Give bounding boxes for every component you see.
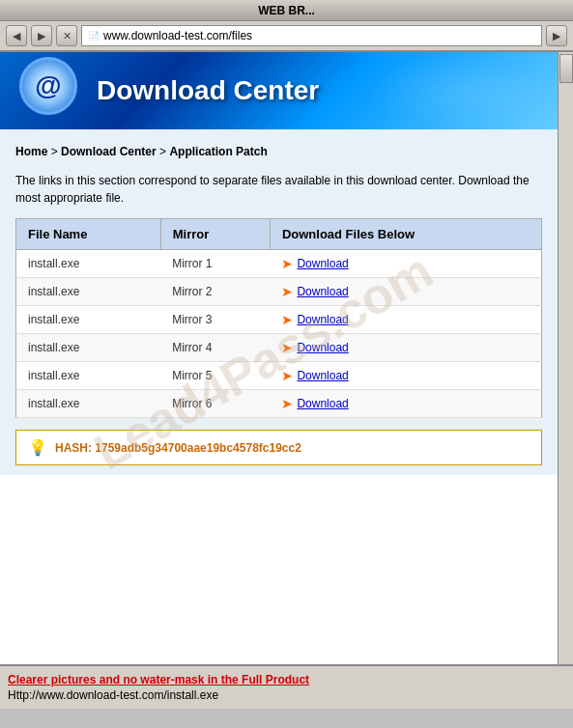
hash-icon: 💡 xyxy=(28,438,47,457)
back-button[interactable]: ◀ xyxy=(6,25,27,46)
cell-mirror: Mirror 5 xyxy=(160,362,270,390)
breadcrumb: Home > Download Center > Application Pat… xyxy=(15,139,542,164)
page-icon: 📄 xyxy=(88,31,100,42)
breadcrumb-home[interactable]: Home xyxy=(15,145,47,158)
cell-download: ➤Download xyxy=(270,362,541,390)
download-link[interactable]: Download xyxy=(297,397,348,410)
at-symbol: @ xyxy=(35,70,61,101)
download-link[interactable]: Download xyxy=(297,257,348,270)
scrollbar-thumb[interactable] xyxy=(559,54,573,83)
breadcrumb-current: Application Patch xyxy=(169,145,267,158)
go-icon: ▶ xyxy=(553,30,560,42)
download-link[interactable]: Download xyxy=(297,369,348,382)
cell-filename: install.exe xyxy=(16,306,161,334)
download-arrow-icon: ➤ xyxy=(281,284,293,299)
title-bar-label: WEB BR... xyxy=(258,4,315,17)
table-row: install.exeMirror 3➤Download xyxy=(16,306,542,334)
cell-download: ➤Download xyxy=(270,278,541,306)
cell-filename: install.exe xyxy=(16,278,161,306)
download-link[interactable]: Download xyxy=(297,341,348,354)
download-arrow-icon: ➤ xyxy=(281,396,293,411)
stop-icon: ✕ xyxy=(63,30,72,42)
table-row: install.exeMirror 1➤Download xyxy=(16,250,542,278)
cell-mirror: Mirror 2 xyxy=(160,278,270,306)
breadcrumb-download-center[interactable]: Download Center xyxy=(61,145,157,158)
download-arrow-icon: ➤ xyxy=(281,368,293,383)
bottom-url: Http://www.download-test.com/install.exe xyxy=(8,688,565,702)
breadcrumb-sep1: > xyxy=(47,145,61,158)
breadcrumb-sep2: > xyxy=(157,145,170,158)
download-table: File Name Mirror Download Files Below in… xyxy=(15,218,542,418)
cell-filename: install.exe xyxy=(16,362,161,390)
cell-download: ➤Download xyxy=(270,334,541,362)
col-download: Download Files Below xyxy=(270,219,541,250)
hash-text: HASH: 1759adb5g34700aae19bc4578fc19cc2 xyxy=(55,441,301,455)
download-link[interactable]: Download xyxy=(297,285,348,298)
browser-toolbar: ◀ ▶ ✕ 📄 ▶ xyxy=(0,21,573,52)
content-area: Lead4Pass.com Home > Download Center > A… xyxy=(0,129,558,475)
forward-icon: ▶ xyxy=(38,30,45,42)
download-arrow-icon: ➤ xyxy=(281,340,293,355)
table-row: install.exeMirror 4➤Download xyxy=(16,334,542,362)
cell-filename: install.exe xyxy=(16,334,161,362)
banner-title: Download Center xyxy=(97,75,319,106)
banner-logo: @ xyxy=(19,57,87,125)
cell-download: ➤Download xyxy=(270,306,541,334)
content-wrapper: Lead4Pass.com Home > Download Center > A… xyxy=(15,139,542,465)
bottom-link[interactable]: Clearer pictures and no water-mask in th… xyxy=(8,673,565,686)
cell-download: ➤Download xyxy=(270,390,541,418)
hash-box: 💡 HASH: 1759adb5g34700aae19bc4578fc19cc2 xyxy=(15,430,542,465)
table-row: install.exeMirror 6➤Download xyxy=(16,390,542,418)
banner-background-design xyxy=(364,52,558,129)
browser-content-wrapper: @ Download Center Lead4Pass.com Home > D… xyxy=(0,52,573,664)
stop-button[interactable]: ✕ xyxy=(56,25,77,46)
table-header-row: File Name Mirror Download Files Below xyxy=(16,219,542,250)
table-row: install.exeMirror 2➤Download xyxy=(16,278,542,306)
cell-mirror: Mirror 1 xyxy=(160,250,270,278)
cell-mirror: Mirror 3 xyxy=(160,306,270,334)
download-arrow-icon: ➤ xyxy=(281,256,293,271)
cell-filename: install.exe xyxy=(16,250,161,278)
address-input[interactable] xyxy=(103,29,535,42)
address-bar: 📄 xyxy=(81,25,542,46)
go-button[interactable]: ▶ xyxy=(546,25,567,46)
description-text: The links in this section correspond to … xyxy=(15,172,542,207)
download-link[interactable]: Download xyxy=(297,313,348,326)
cell-mirror: Mirror 4 xyxy=(160,334,270,362)
banner: @ Download Center xyxy=(0,52,558,129)
cell-download: ➤Download xyxy=(270,250,541,278)
banner-logo-circle: @ xyxy=(19,57,77,115)
cell-mirror: Mirror 6 xyxy=(160,390,270,418)
browser-content: @ Download Center Lead4Pass.com Home > D… xyxy=(0,52,558,664)
download-arrow-icon: ➤ xyxy=(281,312,293,327)
bottom-bar: Clearer pictures and no water-mask in th… xyxy=(0,664,573,709)
forward-button[interactable]: ▶ xyxy=(31,25,52,46)
scrollbar[interactable] xyxy=(558,52,573,664)
table-row: install.exeMirror 5➤Download xyxy=(16,362,542,390)
col-mirror: Mirror xyxy=(160,219,270,250)
title-bar: WEB BR... xyxy=(0,0,573,21)
back-icon: ◀ xyxy=(13,30,20,42)
cell-filename: install.exe xyxy=(16,390,161,418)
col-filename: File Name xyxy=(16,219,161,250)
